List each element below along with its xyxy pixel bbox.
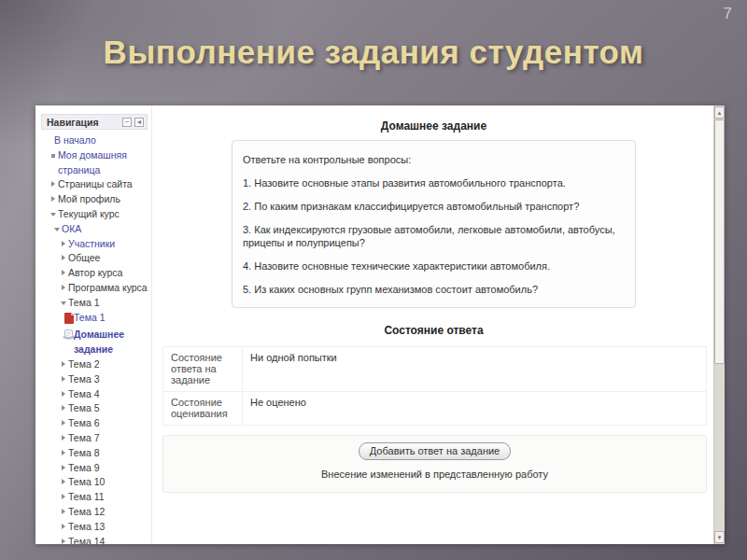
sidebar-item-label[interactable]: Тема 2 — [68, 357, 101, 372]
table-row: Состояние ответа на заданиеНи одной попы… — [163, 347, 707, 392]
sidebar-item-тема-7[interactable]: Тема 7 — [35, 431, 151, 446]
status-row-value: Не оценено — [243, 392, 707, 426]
sidebar-item-label[interactable]: Тема 9 — [68, 461, 101, 476]
tree-collapsed-icon[interactable] — [62, 241, 65, 246]
scrollbar-thumb[interactable] — [714, 119, 725, 364]
sidebar-item-тема-3[interactable]: Тема 3 — [35, 372, 151, 387]
sidebar-item-тема-2[interactable]: Тема 2 — [35, 357, 151, 372]
status-row-label: Состояние оценивания — [163, 392, 243, 426]
sidebar-item-label[interactable]: Тема 5 — [68, 401, 101, 416]
icon-slot — [48, 192, 58, 207]
sidebar-item-label[interactable]: Тема 11 — [68, 490, 106, 505]
tree-collapsed-icon[interactable] — [51, 181, 55, 187]
sidebar-item-label[interactable]: Тема 6 — [68, 416, 101, 431]
sidebar-item-тема-11[interactable]: Тема 11 — [35, 490, 151, 505]
tree-collapsed-icon[interactable] — [62, 539, 65, 544]
sidebar-item-программа-курса[interactable]: Программа курса — [35, 281, 151, 296]
sidebar-item-label[interactable]: Домашнее задание — [74, 328, 151, 357]
sidebar-item-тема-13[interactable]: Тема 13 — [35, 520, 151, 535]
sidebar-item-label[interactable]: Моя домашняя страница — [58, 148, 151, 178]
sidebar-item-текущий-курс[interactable]: Текущий курс — [35, 207, 151, 222]
sidebar-item-автор-курса[interactable]: Автор курса — [35, 266, 151, 281]
tree-collapsed-icon[interactable] — [62, 435, 65, 441]
sidebar-item-тема-1[interactable]: Тема 1 — [35, 311, 151, 329]
tree-collapsed-icon[interactable] — [62, 405, 65, 411]
tree-expanded-icon[interactable] — [61, 301, 66, 305]
icon-slot — [63, 328, 74, 357]
sidebar-item-участники[interactable]: Участники — [35, 237, 151, 252]
submission-action-caption: Внесение изменений в представленную рабо… — [163, 469, 706, 480]
sidebar-item-тема-9[interactable]: Тема 9 — [35, 461, 151, 476]
sidebar-item-label[interactable]: ОКА — [62, 222, 83, 237]
sidebar-item-домашнее-задание[interactable]: Домашнее задание — [35, 328, 151, 357]
bullet-icon — [51, 154, 55, 158]
sidebar-item-label[interactable]: Тема 7 — [68, 431, 101, 446]
sidebar-item-label[interactable]: Тема 8 — [68, 446, 101, 461]
sidebar-item-тема-5[interactable]: Тема 5 — [35, 401, 151, 416]
status-row-value: Ни одной попытки — [243, 347, 707, 392]
sidebar-item-label[interactable]: Тема 12 — [68, 505, 106, 520]
icon-slot — [58, 416, 68, 431]
sidebar-item-label[interactable]: Общее — [68, 251, 102, 266]
tree-collapsed-icon[interactable] — [62, 376, 65, 382]
tree-collapsed-icon[interactable] — [62, 509, 65, 514]
sidebar-item-label[interactable]: Тема 1 — [68, 296, 101, 311]
tree-collapsed-icon[interactable] — [62, 465, 65, 470]
assignment-page-title: Домашнее задание — [153, 119, 714, 133]
sidebar-item-моя-домашняя-страница[interactable]: Моя домашняя страница — [35, 148, 151, 178]
tree-collapsed-icon[interactable] — [62, 524, 65, 529]
icon-slot — [58, 387, 68, 402]
sidebar-item-ока[interactable]: ОКА — [35, 222, 151, 237]
sidebar-item-тема-4[interactable]: Тема 4 — [35, 387, 151, 402]
scroll-up-icon[interactable] — [714, 106, 725, 119]
icon-slot — [58, 490, 68, 505]
tree-collapsed-icon[interactable] — [62, 420, 65, 426]
add-submission-button[interactable]: Добавить ответ на задание — [359, 442, 511, 460]
tree-collapsed-icon[interactable] — [62, 450, 65, 455]
sidebar-item-label[interactable]: Мой профиль — [58, 192, 122, 207]
tree-collapsed-icon[interactable] — [51, 196, 55, 202]
sidebar-item-label[interactable]: Автор курса — [68, 266, 124, 281]
sidebar-item-label[interactable]: Программа курса — [68, 281, 149, 296]
sidebar-item-тема-8[interactable]: Тема 8 — [35, 446, 151, 461]
icon-slot — [58, 431, 68, 446]
collapse-block-icon[interactable] — [122, 118, 132, 127]
tree-collapsed-icon[interactable] — [62, 361, 65, 367]
sidebar-item-label[interactable]: Тема 4 — [68, 387, 101, 402]
table-row: Состояние оцениванияНе оценено — [163, 392, 707, 426]
assignment-intro-box: Ответьте на контрольные вопросы:1. Назов… — [232, 140, 636, 308]
sidebar-item-мой-профиль[interactable]: Мой профиль — [35, 192, 151, 207]
sidebar-item-label[interactable]: Тема 14 — [68, 535, 106, 544]
tree-collapsed-icon[interactable] — [62, 494, 65, 499]
sidebar-item-label[interactable]: Участники — [68, 237, 117, 252]
dock-block-icon[interactable] — [134, 118, 144, 127]
tree-collapsed-icon[interactable] — [62, 270, 65, 275]
sidebar-item-label[interactable]: Тема 3 — [68, 372, 101, 387]
tree-collapsed-icon[interactable] — [62, 479, 65, 484]
sidebar-item-общее[interactable]: Общее — [35, 251, 151, 266]
icon-slot — [58, 505, 68, 520]
scroll-down-icon[interactable] — [714, 531, 725, 543]
vertical-scrollbar[interactable] — [713, 105, 725, 544]
icon-slot — [58, 251, 68, 266]
tree-collapsed-icon[interactable] — [62, 391, 65, 397]
tree-expanded-icon[interactable] — [50, 213, 56, 217]
sidebar-item-label[interactable]: Тема 1 — [74, 311, 106, 329]
sidebar-item-тема-12[interactable]: Тема 12 — [35, 505, 151, 520]
sidebar-item-label[interactable]: Тема 10 — [68, 475, 106, 490]
tree-collapsed-icon[interactable] — [62, 285, 65, 290]
sidebar-item-страницы-сайта[interactable]: Страницы сайта — [35, 177, 151, 192]
sidebar-item-тема-1[interactable]: Тема 1 — [35, 296, 151, 311]
sidebar-item-тема-14[interactable]: Тема 14 — [35, 535, 151, 544]
sidebar-item-label[interactable]: Тема 13 — [68, 520, 106, 535]
sidebar-item-label[interactable]: Текущий курс — [58, 207, 121, 222]
tree-collapsed-icon[interactable] — [62, 255, 65, 260]
icon-slot — [48, 148, 58, 178]
red-file-icon[interactable] — [64, 311, 74, 329]
sidebar-item-label[interactable]: В начало — [54, 133, 98, 148]
tree-expanded-icon[interactable] — [54, 228, 60, 231]
sidebar-item-тема-6[interactable]: Тема 6 — [35, 416, 151, 431]
sidebar-item-в-начало[interactable]: В начало — [35, 133, 151, 148]
sidebar-item-label[interactable]: Страницы сайта — [58, 177, 134, 192]
sidebar-item-тема-10[interactable]: Тема 10 — [35, 475, 151, 490]
